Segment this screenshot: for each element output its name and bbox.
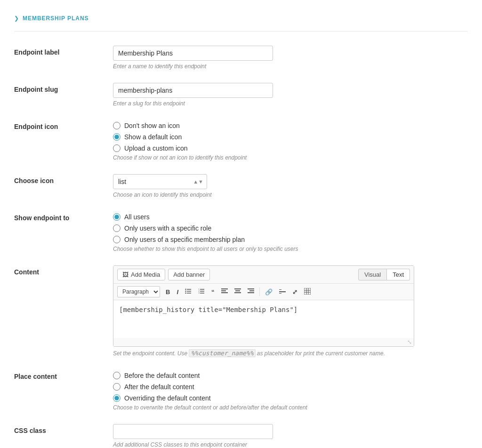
endpoint-icon-label: Endpoint icon — [14, 120, 113, 130]
editor-top-bar: 🖼 Add Media Add banner Visual Text — [113, 266, 414, 284]
align-center-icon — [234, 288, 241, 294]
toolbar-align-center-button[interactable] — [232, 287, 244, 297]
svg-rect-19 — [249, 290, 254, 291]
svg-rect-2 — [187, 293, 191, 294]
endpoint-label-label: Endpoint label — [14, 46, 113, 56]
endpoint-label-hint: Enter a name to identify this endpoint — [113, 63, 468, 70]
toolbar-link-button[interactable]: 🔗 — [262, 287, 275, 297]
toolbar-align-right-button[interactable] — [245, 287, 257, 297]
svg-rect-24 — [304, 288, 311, 295]
toolbar-expand-button[interactable]: ⤢ — [289, 287, 300, 297]
toolbar-quote-button[interactable]: “ — [209, 287, 217, 297]
add-media-label: Add Media — [131, 271, 160, 278]
css-class-label: CSS class — [14, 424, 113, 434]
add-media-button[interactable]: 🖼 Add Media — [117, 269, 165, 280]
radio-place-override[interactable]: Overriding the default content — [113, 394, 468, 402]
content-hint-before: Set the endpoint content. Use — [113, 350, 189, 357]
radio-place-after[interactable]: After the default content — [113, 383, 468, 391]
toolbar-paragraph-select[interactable]: Paragraph Heading 1 Heading 2 — [117, 286, 160, 297]
toolbar-ol-button[interactable]: 123 — [195, 287, 208, 297]
svg-rect-14 — [221, 292, 228, 293]
radio-icon-custom-input[interactable] — [113, 144, 120, 152]
chevron-icon: ❯ — [14, 15, 19, 22]
svg-rect-16 — [235, 290, 240, 291]
radio-show-all[interactable]: All users — [113, 213, 468, 221]
choose-icon-row: Choose icon list home user settings ▲▼ C… — [14, 174, 468, 198]
show-endpoint-hint: Choose whether to show this endpoint to … — [113, 246, 468, 252]
radio-icon-custom[interactable]: Upload a custom icon — [113, 144, 468, 152]
tab-text[interactable]: Text — [387, 269, 410, 280]
radio-place-before[interactable]: Before the default content — [113, 372, 468, 379]
radio-show-plan[interactable]: Only users of a specific membership plan — [113, 236, 468, 243]
radio-icon-none-input[interactable] — [113, 122, 120, 129]
svg-point-5 — [185, 292, 186, 293]
ol-icon: 123 — [198, 288, 205, 295]
endpoint-label-field: Enter a name to identify this endpoint — [113, 46, 468, 70]
align-left-icon — [221, 288, 228, 294]
svg-rect-7 — [200, 291, 204, 292]
editor-content-text: [membership_history title="Membership Pl… — [119, 306, 297, 313]
endpoint-slug-hint: Enter a slug for this endpoint — [113, 100, 468, 107]
toolbar-table-button[interactable] — [301, 287, 313, 297]
place-content-radio-group: Before the default content After the def… — [113, 370, 468, 402]
svg-rect-18 — [248, 288, 254, 289]
radio-place-before-input[interactable] — [113, 372, 120, 379]
css-class-field: Add additional CSS classes to this endpo… — [113, 424, 468, 448]
endpoint-label-input[interactable] — [113, 46, 273, 61]
toolbar-bold-button[interactable]: B — [163, 287, 173, 297]
ul-icon — [185, 288, 192, 295]
toolbar-align-left-button[interactable] — [218, 287, 231, 297]
place-content-label: Place content — [14, 370, 113, 380]
radio-place-after-input[interactable] — [113, 383, 120, 391]
radio-icon-custom-label: Upload a custom icon — [124, 144, 188, 152]
radio-place-before-label: Before the default content — [124, 372, 200, 379]
choose-icon-select[interactable]: list home user settings — [113, 174, 207, 189]
choose-icon-select-wrapper: list home user settings ▲▼ — [113, 174, 207, 189]
svg-point-3 — [185, 288, 186, 289]
endpoint-icon-hint: Choose if show or not an icon to identif… — [113, 154, 468, 161]
toolbar-separator-1 — [259, 288, 260, 296]
place-content-hint: Choose to overwrite the default content … — [113, 404, 468, 411]
radio-icon-default-input[interactable] — [113, 133, 120, 141]
choose-icon-label: Choose icon — [14, 174, 113, 184]
add-banner-button[interactable]: Add banner — [168, 269, 210, 280]
css-class-row: CSS class Add additional CSS classes to … — [14, 424, 468, 448]
content-hint: Set the endpoint content. Use %%customer… — [113, 350, 468, 357]
editor-body[interactable]: [membership_history title="Membership Pl… — [113, 300, 414, 338]
radio-show-role-label: Only users with a specific role — [124, 224, 211, 232]
toolbar-italic-button[interactable]: I — [174, 287, 181, 297]
resize-icon: ⤡ — [407, 339, 412, 345]
endpoint-slug-row: Endpoint slug Enter a slug for this endp… — [14, 83, 468, 107]
endpoint-icon-field: Don't show an icon Show a default icon U… — [113, 120, 468, 161]
radio-place-override-input[interactable] — [113, 394, 120, 402]
radio-show-role[interactable]: Only users with a specific role — [113, 224, 468, 232]
endpoint-slug-input[interactable] — [113, 83, 273, 98]
radio-place-after-label: After the default content — [124, 383, 194, 391]
align-right-icon — [248, 288, 254, 294]
endpoint-icon-row: Endpoint icon Don't show an icon Show a … — [14, 120, 468, 161]
choose-icon-hint: Choose an icon to identify this endpoint — [113, 192, 468, 198]
svg-rect-21 — [279, 291, 286, 292]
add-banner-label: Add banner — [173, 271, 205, 278]
toolbar-ul-button[interactable] — [182, 287, 194, 297]
endpoint-icon-radio-group: Don't show an icon Show a default icon U… — [113, 120, 468, 152]
radio-icon-none[interactable]: Don't show an icon — [113, 122, 468, 129]
radio-icon-none-label: Don't show an icon — [124, 122, 180, 129]
content-hint-after: as placeholder for print the current cus… — [256, 350, 385, 357]
tab-visual[interactable]: Visual — [358, 269, 387, 280]
radio-show-plan-label: Only users of a specific membership plan — [124, 236, 245, 243]
content-row: Content 🖼 Add Media Add banner — [14, 265, 468, 357]
endpoint-label-row: Endpoint label Enter a name to identify … — [14, 46, 468, 70]
radio-show-all-input[interactable] — [113, 213, 120, 221]
css-class-input[interactable] — [113, 424, 273, 439]
radio-icon-default[interactable]: Show a default icon — [113, 133, 468, 141]
radio-show-plan-input[interactable] — [113, 236, 120, 243]
toolbar-hr-button[interactable] — [276, 287, 289, 297]
radio-icon-default-label: Show a default icon — [124, 133, 182, 141]
hr-icon — [279, 289, 286, 294]
radio-show-role-input[interactable] — [113, 224, 120, 232]
place-content-row: Place content Before the default content… — [14, 370, 468, 411]
place-content-field: Before the default content After the def… — [113, 370, 468, 411]
content-editor: 🖼 Add Media Add banner Visual Text — [113, 265, 414, 347]
show-endpoint-row: Show endpoint to All users Only users wi… — [14, 211, 468, 252]
